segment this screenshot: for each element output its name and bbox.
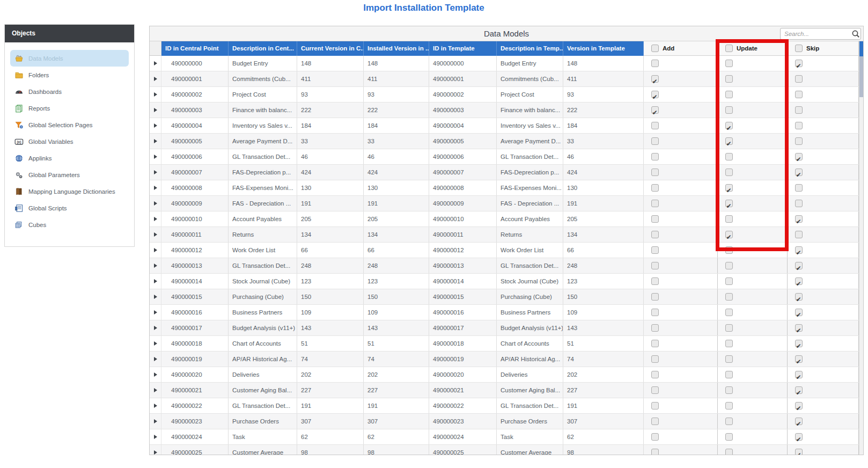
update-checkbox[interactable]: ✔ [725,184,733,192]
add-checkbox[interactable]: ✔ [651,449,659,455]
row-expander[interactable] [150,352,161,367]
update-checkbox[interactable]: ✔ [725,200,733,207]
add-checkbox[interactable]: ✔ [651,246,659,254]
sidebar-item-global-selection-pages[interactable]: Global Selection Pages [10,116,129,133]
skip-checkbox[interactable]: ✔ [795,122,803,129]
update-checkbox[interactable]: ✔ [725,277,733,285]
add-checkbox[interactable]: ✔ [651,371,659,378]
update-checkbox[interactable]: ✔ [725,60,733,67]
table-row[interactable]: 490000012Work Order List6666490000012Wor… [150,243,863,258]
search-input[interactable] [781,31,851,37]
add-checkbox[interactable]: ✔ [651,355,659,363]
sidebar-item-reports[interactable]: Reports [10,100,129,116]
column-header-id-in-template[interactable]: ID in Template [429,41,497,56]
row-expander[interactable] [150,118,161,133]
row-expander[interactable] [150,258,161,273]
skip-checkbox[interactable]: ✔ [795,153,803,160]
add-checkbox[interactable]: ✔ [651,402,659,410]
table-row[interactable]: 490000024Task6262490000024Task62✔✔✔ [150,429,863,445]
row-expander[interactable] [150,71,161,86]
sidebar-item-global-variables[interactable]: (x)Global Variables [10,133,129,150]
sidebar-item-dashboards[interactable]: Dashboards [10,83,129,100]
table-row[interactable]: 490000002Project Cost9393490000002Projec… [150,87,863,103]
skip-checkbox[interactable]: ✔ [795,324,803,332]
add-checkbox[interactable]: ✔ [651,340,659,347]
add-checkbox[interactable]: ✔ [651,262,659,269]
skip-checkbox[interactable]: ✔ [795,309,803,316]
table-row[interactable]: 490000017Budget Analysis (v11+)143143490… [150,320,863,336]
add-checkbox[interactable]: ✔ [651,137,659,145]
table-row[interactable]: 490000019AP/AR Historical Ag...747449000… [150,352,863,367]
skip-all-checkbox[interactable]: ✔ [795,45,803,52]
table-row[interactable]: 490000005Average Payment D...33334900000… [150,134,863,149]
sidebar-item-global-scripts[interactable]: Global Scripts [10,200,129,216]
skip-checkbox[interactable]: ✔ [795,418,803,425]
update-checkbox[interactable]: ✔ [725,231,733,238]
table-row[interactable]: 490000008FAS-Expenses Moni...13013049000… [150,180,863,196]
update-checkbox[interactable]: ✔ [725,402,733,410]
add-checkbox[interactable]: ✔ [651,277,659,285]
table-row[interactable]: 490000015Purchasing (Cube)15015049000001… [150,289,863,305]
update-checkbox[interactable]: ✔ [725,169,733,176]
update-checkbox[interactable]: ✔ [725,215,733,223]
add-checkbox[interactable]: ✔ [651,106,659,114]
add-checkbox[interactable]: ✔ [651,91,659,98]
update-checkbox[interactable]: ✔ [725,153,733,160]
skip-checkbox[interactable]: ✔ [795,355,803,363]
update-checkbox[interactable]: ✔ [725,246,733,254]
row-expander[interactable] [150,227,161,242]
row-expander[interactable] [150,289,161,304]
row-expander[interactable] [150,211,161,226]
skip-checkbox[interactable]: ✔ [795,449,803,455]
table-row[interactable]: 490000009FAS - Depreciation ...191191490… [150,196,863,211]
row-expander[interactable] [150,429,161,444]
skip-checkbox[interactable]: ✔ [795,60,803,67]
update-checkbox[interactable]: ✔ [725,418,733,425]
update-checkbox[interactable]: ✔ [725,122,733,129]
update-checkbox[interactable]: ✔ [725,293,733,301]
row-expander[interactable] [150,383,161,398]
skip-checkbox[interactable]: ✔ [795,231,803,238]
sidebar-item-global-parameters[interactable]: Global Parameters [10,166,129,183]
vertical-scrollbar[interactable] [859,41,863,455]
skip-checkbox[interactable]: ✔ [795,402,803,410]
skip-checkbox[interactable]: ✔ [795,293,803,301]
add-checkbox[interactable]: ✔ [651,418,659,425]
sidebar-item-folders[interactable]: Folders [10,67,129,83]
sidebar-item-data-models[interactable]: Data Models [10,50,129,67]
table-row[interactable]: 490000020Deliveries202202490000020Delive… [150,367,863,383]
update-checkbox[interactable]: ✔ [725,355,733,363]
column-header-current-version-in-c[interactable]: Current Version in C... [297,41,364,56]
update-checkbox[interactable]: ✔ [725,91,733,98]
skip-checkbox[interactable]: ✔ [795,106,803,114]
column-header-description-in-cent[interactable]: Description in Cent... [229,41,297,56]
table-row[interactable]: 490000000Budget Entry148148490000000Budg… [150,56,863,71]
table-row[interactable]: 490000023Purchase Orders307307490000023P… [150,414,863,429]
add-checkbox[interactable]: ✔ [651,122,659,129]
column-header-description-in-temp[interactable]: Description in Temp... [497,41,563,56]
table-row[interactable]: 490000022GL Transaction Det...1911914900… [150,398,863,414]
update-checkbox[interactable]: ✔ [725,106,733,114]
skip-checkbox[interactable]: ✔ [795,91,803,98]
row-expander[interactable] [150,305,161,320]
row-expander[interactable] [150,103,161,118]
skip-checkbox[interactable]: ✔ [795,371,803,378]
table-row[interactable]: 490000010Account Payables205205490000010… [150,211,863,227]
row-expander[interactable] [150,336,161,351]
skip-checkbox[interactable]: ✔ [795,433,803,441]
scrollbar-thumb[interactable] [859,56,863,97]
skip-checkbox[interactable]: ✔ [795,340,803,347]
table-row[interactable]: 490000014Stock Journal (Cube)12312349000… [150,274,863,289]
row-expander[interactable] [150,320,161,335]
table-row[interactable]: 490000007FAS-Depreciation p...4244244900… [150,165,863,180]
update-checkbox[interactable]: ✔ [725,309,733,316]
table-row[interactable]: 490000011Returns134134490000011Returns13… [150,227,863,243]
skip-checkbox[interactable]: ✔ [795,169,803,176]
row-expander[interactable] [150,196,161,211]
skip-checkbox[interactable]: ✔ [795,277,803,285]
row-expander[interactable] [150,149,161,164]
row-expander[interactable] [150,56,161,71]
add-checkbox[interactable]: ✔ [651,169,659,176]
table-row[interactable]: 490000021Customer Aging Bal...2272274900… [150,383,863,398]
skip-checkbox[interactable]: ✔ [795,200,803,207]
